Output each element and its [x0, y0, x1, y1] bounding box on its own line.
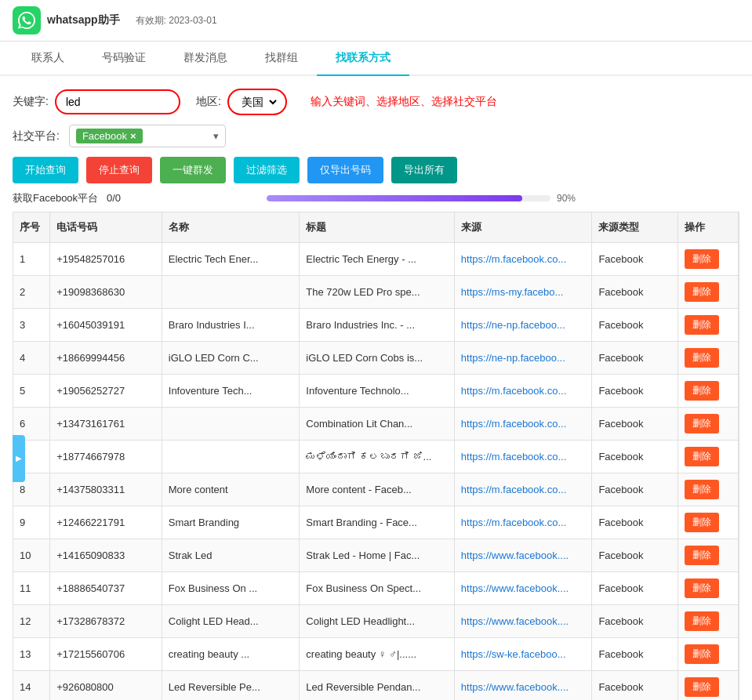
- cell-phone: +19548257016: [50, 243, 162, 276]
- keyword-label: 关键字:: [13, 95, 49, 109]
- cell-action: 删除: [678, 309, 739, 342]
- cell-action: 删除: [678, 539, 739, 572]
- delete-button[interactable]: 删除: [685, 513, 719, 532]
- cell-source[interactable]: https://www.facebook....: [454, 605, 592, 638]
- status-count: 0/0: [107, 192, 121, 204]
- broadcast-button[interactable]: 一键群发: [160, 157, 226, 183]
- delete-button[interactable]: 删除: [685, 282, 719, 302]
- delete-button[interactable]: 删除: [685, 480, 719, 499]
- cell-source[interactable]: https://ms-my.facebo...: [454, 276, 592, 309]
- table-row: 13+17215560706creating beauty ...creatin…: [13, 638, 739, 671]
- cell-phone: +926080800: [50, 671, 162, 701]
- cell-type: Facebook: [592, 506, 678, 539]
- cell-source[interactable]: https://m.facebook.co...: [454, 441, 592, 473]
- table-row: 11+18886540737Fox Business On ...Fox Bus…: [13, 572, 739, 605]
- main-content: 关键字: 地区: 美国 中国 英国 日本 输入关键词、选择地区、选择社交平台 社…: [0, 76, 752, 700]
- cell-type: Facebook: [592, 342, 678, 375]
- table-header-row: 序号 电话号码 名称 标题 来源 来源类型 操作: [13, 212, 739, 243]
- table-body: 1+19548257016Electric Tech Ener...Electr…: [13, 243, 739, 701]
- cell-source[interactable]: https://m.facebook.co...: [454, 506, 592, 539]
- region-select[interactable]: 美国 中国 英国 日本: [235, 92, 279, 112]
- table-row: 2+19098368630The 720w LED Pro spe...http…: [13, 276, 739, 309]
- cell-type: Facebook: [592, 375, 678, 408]
- cell-name: Electric Tech Ener...: [162, 243, 300, 276]
- logo-area: whatsapp助手: [13, 6, 120, 34]
- cell-seq: 2: [13, 276, 50, 309]
- delete-button[interactable]: 删除: [685, 677, 719, 697]
- cell-name: Led Reversible Pe...: [162, 671, 300, 701]
- th-phone: 电话号码: [50, 212, 162, 243]
- th-title: 标题: [300, 212, 455, 243]
- delete-button[interactable]: 删除: [685, 611, 719, 631]
- cell-source[interactable]: https://www.facebook....: [454, 539, 592, 572]
- cell-seq: 13: [13, 638, 50, 671]
- tab-broadcast[interactable]: 群发消息: [165, 42, 246, 76]
- start-query-button[interactable]: 开始查询: [13, 157, 78, 183]
- cell-name: Smart Branding: [162, 506, 300, 539]
- cell-source[interactable]: https://m.facebook.co...: [454, 408, 592, 441]
- tab-contacts[interactable]: 联系人: [13, 42, 83, 76]
- cell-phone: +18886540737: [50, 572, 162, 605]
- cell-name: Infoventure Tech...: [162, 375, 300, 408]
- cell-seq: 14: [13, 671, 50, 701]
- platform-tag-close[interactable]: ×: [130, 130, 136, 142]
- delete-button[interactable]: 删除: [685, 348, 719, 368]
- cell-action: 删除: [678, 638, 739, 671]
- cell-type: Facebook: [592, 671, 678, 701]
- delete-button[interactable]: 删除: [685, 381, 719, 401]
- keyword-group: 关键字:: [13, 89, 180, 114]
- th-action: 操作: [678, 212, 739, 243]
- stop-query-button[interactable]: 停止查询: [86, 157, 152, 183]
- delete-button[interactable]: 删除: [685, 546, 719, 565]
- cell-phone: +19056252727: [50, 375, 162, 408]
- cell-type: Facebook: [592, 276, 678, 309]
- delete-button[interactable]: 删除: [685, 447, 719, 466]
- cell-source[interactable]: https://ne-np.faceboo...: [454, 309, 592, 342]
- nav-tabs: 联系人 号码验证 群发消息 找群组 找联系方式: [0, 42, 752, 76]
- cell-source[interactable]: https://www.facebook....: [454, 671, 592, 701]
- th-name: 名称: [162, 212, 300, 243]
- cell-seq: 11: [13, 572, 50, 605]
- platform-select-wrapper[interactable]: Facebook × ▾: [69, 125, 226, 147]
- cell-type: Facebook: [592, 539, 678, 572]
- table-row: 1+19548257016Electric Tech Ener...Electr…: [13, 243, 739, 276]
- cell-title: Electric Tech Energy - ...: [300, 243, 455, 276]
- export-all-button[interactable]: 导出所有: [391, 157, 457, 183]
- tab-phone-verify[interactable]: 号码验证: [83, 42, 165, 76]
- cell-phone: +18669994456: [50, 342, 162, 375]
- progress-label: 90%: [557, 193, 576, 204]
- cell-title: Braro Industries Inc. - ...: [300, 309, 455, 342]
- cell-source[interactable]: https://m.facebook.co...: [454, 243, 592, 276]
- filter-button[interactable]: 过滤筛选: [234, 157, 300, 183]
- cell-title: The 720w LED Pro spe...: [300, 276, 455, 309]
- delete-button[interactable]: 删除: [685, 644, 719, 664]
- cell-source[interactable]: https://sw-ke.faceboo...: [454, 638, 592, 671]
- button-row: 开始查询 停止查询 一键群发 过滤筛选 仅导出号码 导出所有: [13, 157, 739, 183]
- table-row: 5+19056252727Infoventure Tech...Infovent…: [13, 375, 739, 408]
- status-info: 获取Facebook平台 0/0: [13, 191, 121, 205]
- export-phone-button[interactable]: 仅导出号码: [307, 157, 383, 183]
- cell-source[interactable]: https://www.facebook....: [454, 572, 592, 605]
- platform-tag[interactable]: Facebook ×: [76, 129, 143, 143]
- progress-area: 90%: [267, 193, 739, 204]
- cell-action: 删除: [678, 375, 739, 408]
- tab-find-groups[interactable]: 找群组: [246, 42, 317, 76]
- platform-label: 社交平台:: [13, 129, 60, 143]
- tab-find-contacts[interactable]: 找联系方式: [317, 42, 409, 76]
- cell-source[interactable]: https://ne-np.faceboo...: [454, 342, 592, 375]
- platform-dropdown-arrow[interactable]: ▾: [213, 130, 219, 142]
- cell-source[interactable]: https://m.facebook.co...: [454, 375, 592, 408]
- delete-button[interactable]: 删除: [685, 578, 719, 598]
- delete-button[interactable]: 删除: [685, 249, 719, 269]
- cell-name: Strak Led: [162, 539, 300, 572]
- cell-seq: 10: [13, 539, 50, 572]
- left-indicator[interactable]: ▶: [13, 435, 25, 482]
- keyword-input[interactable]: [55, 89, 180, 114]
- cell-name: Braro Industries I...: [162, 309, 300, 342]
- progress-bar-wrapper: [267, 195, 550, 201]
- delete-button[interactable]: 删除: [685, 315, 719, 335]
- cell-name: More content: [162, 473, 300, 506]
- cell-action: 删除: [678, 408, 739, 441]
- delete-button[interactable]: 删除: [685, 414, 719, 433]
- cell-source[interactable]: https://m.facebook.co...: [454, 473, 592, 506]
